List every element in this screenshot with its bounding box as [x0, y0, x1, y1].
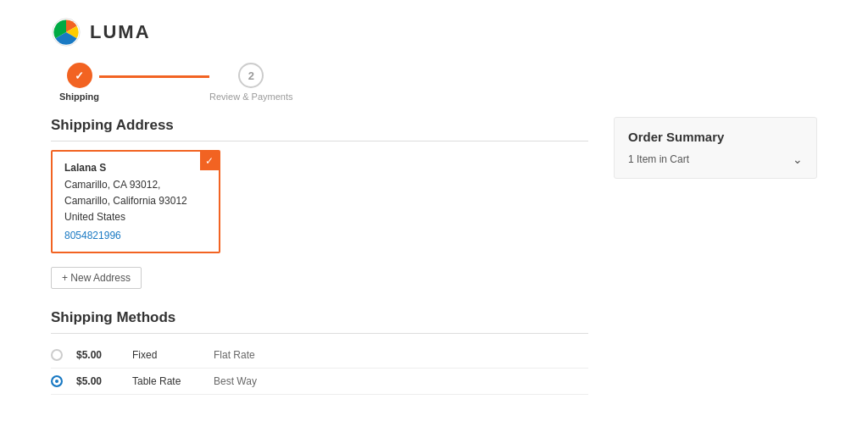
- order-summary-items-label: 1 Item in Cart: [628, 153, 689, 165]
- step1-icon: ✓: [75, 69, 84, 82]
- method-price-fixed: $5.00: [76, 349, 119, 361]
- step2-label: Review & Payments: [209, 92, 292, 102]
- left-panel: Shipping Address ✓ Lalana S Camarillo, C…: [51, 117, 588, 395]
- shipping-methods-list: $5.00 Fixed Flat Rate $5.00 Table Rate B…: [51, 342, 588, 395]
- address-card[interactable]: ✓ Lalana S Camarillo, CA 93012, Camarill…: [51, 150, 220, 253]
- luma-logo-icon: [51, 17, 81, 47]
- logo-text: LUMA: [90, 21, 151, 43]
- method-desc-tablerate: Best Way: [214, 375, 257, 387]
- address-line2: Camarillo, California 93012: [64, 193, 207, 209]
- method-price-tablerate: $5.00: [76, 375, 119, 387]
- step1-circle: ✓: [67, 63, 92, 88]
- shipping-address-title: Shipping Address: [51, 117, 588, 141]
- method-name-tablerate: Table Rate: [132, 375, 200, 387]
- step-shipping: ✓ Shipping: [59, 63, 99, 102]
- method-radio-fixed[interactable]: [51, 349, 63, 361]
- address-name: Lalana S: [64, 162, 207, 174]
- step2-number: 2: [248, 69, 254, 82]
- address-list: ✓ Lalana S Camarillo, CA 93012, Camarill…: [51, 150, 588, 253]
- address-line1: Camarillo, CA 93012,: [64, 177, 207, 193]
- method-desc-fixed: Flat Rate: [214, 349, 255, 361]
- order-summary-items-row[interactable]: 1 Item in Cart ⌄: [628, 152, 803, 166]
- address-selected-badge: ✓: [200, 152, 219, 170]
- shipping-methods-title: Shipping Methods: [51, 309, 588, 334]
- address-phone: 8054821996: [64, 230, 207, 241]
- address-country: United States: [64, 209, 207, 225]
- step-connector: [99, 75, 209, 78]
- method-row-tablerate[interactable]: $5.00 Table Rate Best Way: [51, 369, 588, 395]
- step1-label: Shipping: [59, 92, 99, 102]
- step-review: 2 Review & Payments: [209, 63, 292, 102]
- right-panel: Order Summary 1 Item in Cart ⌄: [614, 117, 817, 395]
- chevron-down-icon: ⌄: [793, 152, 803, 166]
- main-layout: Shipping Address ✓ Lalana S Camarillo, C…: [51, 117, 817, 395]
- method-row-fixed[interactable]: $5.00 Fixed Flat Rate: [51, 342, 588, 369]
- method-radio-tablerate[interactable]: [51, 375, 63, 387]
- method-name-fixed: Fixed: [132, 349, 200, 361]
- order-summary-box: Order Summary 1 Item in Cart ⌄: [614, 117, 817, 179]
- header: LUMA: [51, 17, 817, 47]
- new-address-button[interactable]: + New Address: [51, 267, 142, 289]
- progress-bar: ✓ Shipping 2 Review & Payments: [51, 63, 817, 102]
- order-summary-title: Order Summary: [628, 130, 803, 144]
- step2-circle: 2: [238, 63, 264, 88]
